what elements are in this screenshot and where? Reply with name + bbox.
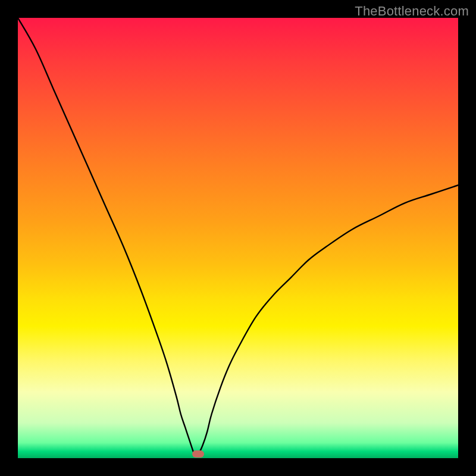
curve-svg: [18, 18, 458, 458]
plot-area: [18, 18, 458, 458]
chart-frame: TheBottleneck.com: [0, 0, 476, 476]
minimum-marker: [192, 450, 204, 458]
curve-right-branch: [194, 185, 458, 455]
curve-left-branch: [18, 18, 194, 454]
watermark-text: TheBottleneck.com: [355, 4, 469, 19]
